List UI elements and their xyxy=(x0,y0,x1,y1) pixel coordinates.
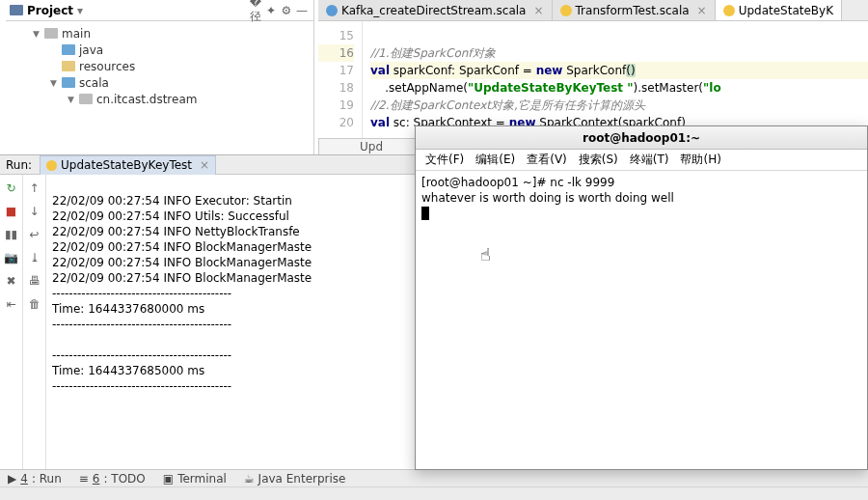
menu-help[interactable]: 帮助(H) xyxy=(678,150,722,170)
tree-node-main[interactable]: ▼main xyxy=(15,25,313,42)
menu-file[interactable]: 文件(F) xyxy=(423,150,466,170)
tri-down-icon: ▼ xyxy=(33,29,41,39)
terminal-window[interactable]: root@hadoop01:~ 文件(F) 编辑(E) 查看(V) 搜索(S) … xyxy=(415,125,868,470)
scala-object-icon xyxy=(560,5,572,16)
project-header: Project ▾ �径 ✦ ⚙ — xyxy=(6,0,313,21)
rerun-icon[interactable]: ↻ xyxy=(4,181,19,196)
exit-icon[interactable]: ✖ xyxy=(4,273,19,289)
menu-edit[interactable]: 编辑(E) xyxy=(474,150,517,170)
terminal-menubar: 文件(F) 编辑(E) 查看(V) 搜索(S) 终端(T) 帮助(H) xyxy=(416,150,867,171)
tree-node-package[interactable]: ▼cn.itcast.dstream xyxy=(15,91,313,107)
package-icon xyxy=(79,94,93,104)
terminal-body[interactable]: [root@hadoop01 ~]# nc -lk 9999 whatever … xyxy=(416,171,867,469)
project-tool-window: Project ▾ �径 ✦ ⚙ — ▼main java resources … xyxy=(6,0,314,154)
tree-node-resources[interactable]: resources xyxy=(15,58,313,74)
dump-icon[interactable]: 📷 xyxy=(4,250,19,265)
stop-icon[interactable]: ■ xyxy=(4,204,19,219)
run-label: Run: xyxy=(6,158,32,172)
close-icon[interactable]: × xyxy=(529,4,543,17)
project-icon xyxy=(10,5,23,15)
folder-icon xyxy=(44,28,58,39)
pause-icon[interactable]: ▮▮ xyxy=(4,227,19,242)
run-toolbar-left: ↻ ■ ▮▮ 📷 ✖ ⇤ xyxy=(0,175,23,470)
scala-object-icon xyxy=(723,5,735,16)
folder-icon xyxy=(62,61,75,71)
tab-transform[interactable]: TransformTest.scala× xyxy=(553,0,716,20)
gear-icon[interactable]: ⚙ xyxy=(279,4,294,17)
breadcrumb[interactable]: Upd xyxy=(318,138,424,154)
toolstrip-todo[interactable]: ≡ 6: TODO xyxy=(79,472,146,486)
scala-file-icon xyxy=(326,5,338,16)
tree-node-java[interactable]: java xyxy=(15,42,313,58)
collapse-icon[interactable]: �径 xyxy=(248,0,263,25)
run-toolbar-right: ↑ ↓ ↩ ⤓ 🖶 🗑 xyxy=(23,175,46,470)
editor-tabs: Kafka_createDirectStream.scala× Transfor… xyxy=(318,0,868,21)
menu-view[interactable]: 查看(V) xyxy=(525,150,569,170)
restore-layout-icon[interactable]: ⇤ xyxy=(4,296,19,312)
status-bar xyxy=(0,486,868,500)
print-icon[interactable]: 🖶 xyxy=(27,273,42,289)
clear-icon[interactable]: 🗑 xyxy=(27,296,42,312)
tri-down-icon: ▼ xyxy=(50,78,58,88)
toolstrip-run[interactable]: ▶ 4: Run xyxy=(8,472,62,486)
folder-icon xyxy=(62,77,75,88)
scroll-to-end-icon[interactable]: ⤓ xyxy=(27,250,42,265)
menu-terminal[interactable]: 终端(T) xyxy=(628,150,671,170)
project-title-text: Project xyxy=(27,4,73,17)
locate-icon[interactable]: ✦ xyxy=(263,4,279,17)
close-icon[interactable]: × xyxy=(693,4,707,17)
tri-down-icon: ▼ xyxy=(68,95,75,104)
soft-wrap-icon[interactable]: ↩ xyxy=(27,227,42,242)
bottom-tool-strip: ▶ 4: Run ≡ 6: TODO ▣ Terminal ☕ Java Ent… xyxy=(0,469,868,486)
terminal-titlebar[interactable]: root@hadoop01:~ xyxy=(416,126,867,150)
menu-search[interactable]: 搜索(S) xyxy=(577,150,620,170)
scala-object-icon xyxy=(46,160,57,171)
toolstrip-terminal[interactable]: ▣ Terminal xyxy=(163,472,227,486)
project-title[interactable]: Project ▾ xyxy=(10,4,248,17)
toolstrip-jee[interactable]: ☕ Java Enterprise xyxy=(244,472,346,486)
down-icon[interactable]: ↓ xyxy=(27,204,42,219)
run-tab[interactable]: UpdateStateByKeyTest × xyxy=(40,155,216,175)
project-tree: ▼main java resources ▼scala ▼cn.itcast.d… xyxy=(6,21,313,111)
folder-icon xyxy=(62,44,75,55)
terminal-cursor xyxy=(421,207,429,220)
tab-kafka[interactable]: Kafka_createDirectStream.scala× xyxy=(318,0,553,20)
tab-updatestate[interactable]: UpdateStateByK xyxy=(716,0,842,20)
chevron-down-icon: ▾ xyxy=(77,4,83,17)
tree-node-scala[interactable]: ▼scala xyxy=(15,74,313,91)
hide-icon[interactable]: — xyxy=(294,4,310,17)
gutter: 15 16 17 18 19 20 xyxy=(318,21,363,154)
close-icon[interactable]: × xyxy=(196,158,209,172)
up-icon[interactable]: ↑ xyxy=(27,181,42,196)
